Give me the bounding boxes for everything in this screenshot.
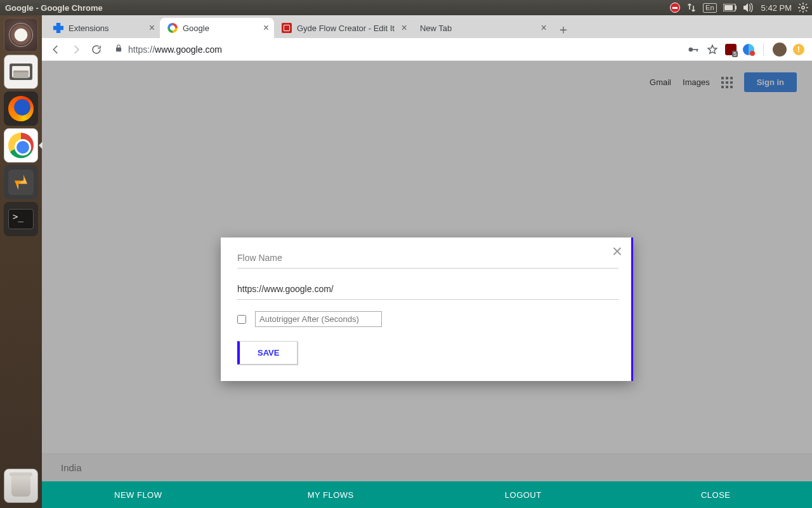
window-title: Google - Google Chrome [5, 3, 103, 13]
svg-rect-15 [697, 49, 698, 51]
svg-line-10 [806, 4, 807, 5]
close-icon[interactable]: × [612, 243, 622, 260]
flow-modal: × SAVE [221, 237, 633, 381]
tab-extensions[interactable]: Extensions × [46, 18, 160, 38]
tab-new[interactable]: New Tab × [412, 18, 552, 38]
tab-strip: Extensions × Google × Gyde Flow Creator … [42, 15, 812, 38]
battery-icon[interactable] [723, 4, 737, 11]
gear-icon[interactable] [798, 3, 808, 13]
forward-button[interactable] [67, 41, 85, 58]
extensions-icon [53, 23, 63, 33]
launcher-chrome[interactable] [4, 128, 38, 163]
svg-rect-12 [116, 48, 121, 51]
viewport: Gmail Images Sign in Google Search I'm F… [42, 61, 812, 508]
network-icon[interactable] [686, 3, 697, 13]
svg-rect-1 [724, 5, 733, 10]
folder-icon [10, 64, 32, 80]
launcher-dash[interactable] [4, 18, 38, 52]
tab-label: Gyde Flow Creator - Edit It [297, 23, 395, 33]
launcher-files[interactable] [4, 55, 38, 89]
save-button[interactable]: SAVE [237, 341, 298, 364]
close-icon[interactable]: × [263, 23, 269, 33]
terminal-icon [8, 209, 34, 229]
svg-point-3 [802, 6, 804, 9]
autotrigger-seconds-input[interactable] [255, 311, 382, 327]
close-icon[interactable]: × [541, 23, 547, 33]
gyde-bottom-bar: NEW FLOW MY FLOWS LOGOUT CLOSE [42, 481, 812, 508]
tab-label: Extensions [69, 23, 109, 33]
my-flows-button[interactable]: MY FLOWS [235, 481, 428, 508]
close-icon[interactable]: × [402, 23, 407, 33]
bookmark-star-icon[interactable] [706, 43, 719, 56]
unity-launcher [0, 15, 42, 508]
back-button[interactable] [47, 41, 65, 58]
close-icon[interactable]: × [149, 23, 155, 33]
url-text: https://www.google.com [128, 44, 222, 55]
system-tray: En 5:42 PM [670, 3, 808, 13]
chrome-window: Extensions × Google × Gyde Flow Creator … [42, 15, 812, 508]
clock[interactable]: 5:42 PM [761, 3, 792, 13]
autotrigger-checkbox[interactable] [237, 315, 246, 324]
close-button[interactable]: CLOSE [620, 481, 813, 508]
gyde-extension-icon[interactable] [743, 44, 754, 55]
sublime-icon [8, 170, 34, 195]
svg-line-8 [799, 4, 801, 5]
trash-icon [11, 475, 30, 497]
lock-icon [114, 44, 123, 55]
profile-avatar[interactable] [773, 43, 787, 57]
logout-button[interactable]: LOGOUT [427, 481, 620, 508]
saved-passwords-icon[interactable] [687, 43, 700, 56]
flow-url-input[interactable] [237, 280, 619, 300]
new-flow-button[interactable]: NEW FLOW [42, 481, 235, 508]
launcher-firefox[interactable] [4, 91, 38, 126]
sound-icon[interactable] [743, 3, 755, 12]
new-tab-button[interactable]: ＋ [554, 20, 572, 38]
tab-gyde[interactable]: Gyde Flow Creator - Edit It × [274, 18, 412, 38]
keyboard-lang-indicator[interactable]: En [703, 3, 716, 13]
svg-line-9 [806, 10, 807, 11]
svg-line-11 [799, 10, 801, 11]
firefox-icon [8, 96, 34, 121]
reload-button[interactable] [88, 41, 105, 58]
svg-point-13 [689, 47, 693, 51]
tab-label: New Tab [420, 23, 452, 33]
tab-google[interactable]: Google × [160, 18, 274, 38]
svg-rect-2 [735, 6, 737, 10]
launcher-terminal[interactable] [4, 202, 38, 236]
extension-icons: ! [687, 43, 807, 57]
ubuntu-top-panel: Google - Google Chrome En 5:42 PM [0, 0, 812, 15]
ublock-icon[interactable] [725, 44, 737, 55]
ubuntu-dash-icon [9, 23, 33, 47]
chrome-icon [8, 133, 34, 158]
launcher-trash[interactable] [4, 469, 38, 503]
launcher-sublime[interactable] [4, 165, 38, 199]
address-bar[interactable]: https://www.google.com [108, 41, 684, 58]
tab-label: Google [183, 23, 209, 33]
browser-toolbar: https://www.google.com ! [42, 38, 812, 61]
google-favicon-icon [167, 23, 178, 33]
no-entry-icon [670, 3, 680, 13]
update-warning-icon[interactable]: ! [793, 44, 804, 55]
gyde-favicon-icon [282, 23, 292, 33]
flow-name-input[interactable] [237, 249, 619, 269]
separator [763, 43, 764, 56]
